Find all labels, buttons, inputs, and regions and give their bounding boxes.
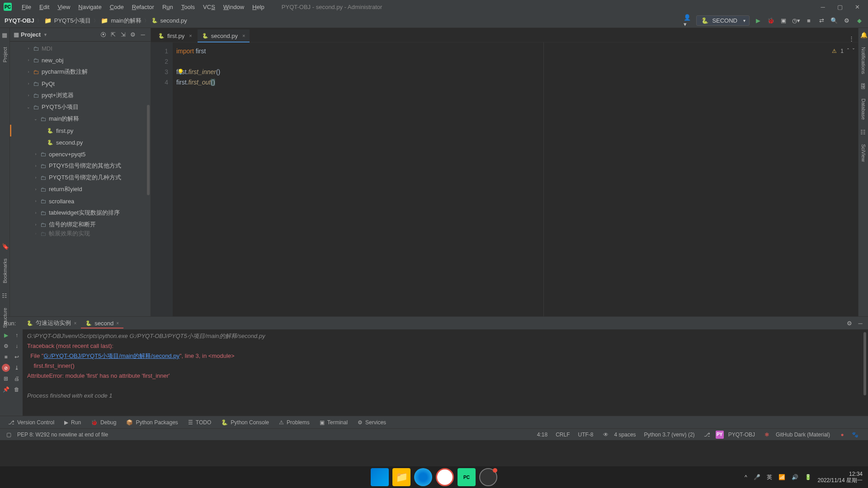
file-explorer-icon[interactable]: 📁	[392, 468, 410, 486]
scroll-end-icon[interactable]: ⤓	[13, 364, 21, 372]
breadcrumb-project[interactable]: PYQT-OBJ	[5, 17, 34, 24]
tool-window-button[interactable]: ⚙Services	[353, 418, 391, 427]
tree-item[interactable]: ›🗀帧展效果的实现	[10, 230, 151, 237]
tree-arrow-icon[interactable]: ›	[33, 164, 39, 168]
menu-navigate[interactable]: Navigate	[75, 2, 105, 12]
database-icon[interactable]: 🗄	[860, 83, 867, 89]
tool-window-button[interactable]: ▶Run	[60, 418, 85, 427]
git-branch-icon[interactable]: ⎇	[703, 431, 711, 439]
tool-windows-icon[interactable]: ▢	[5, 431, 13, 439]
tree-item[interactable]: ›🗀scrollarea	[10, 195, 151, 207]
tree-item[interactable]: ›🗀MDI	[10, 42, 151, 54]
run-configuration-selector[interactable]: 🐍 SECOND	[696, 15, 750, 26]
run-icon[interactable]: ▶	[754, 17, 762, 25]
tool-window-button[interactable]: ▣Terminal	[315, 418, 352, 427]
stop-icon[interactable]: ■	[2, 353, 10, 361]
debug-icon[interactable]: 🐞	[767, 17, 775, 25]
close-tab-icon[interactable]: ×	[189, 33, 192, 38]
paw-icon[interactable]: 🐾	[851, 431, 859, 439]
ime-indicator[interactable]: 英	[767, 474, 772, 481]
tree-arrow-icon[interactable]: ›	[25, 93, 32, 98]
status-indicator-icon[interactable]: ●	[838, 431, 846, 439]
minimize-icon[interactable]: ─	[819, 4, 826, 10]
project-tool-label[interactable]: Project	[2, 47, 8, 62]
notifications-label[interactable]: Notifications	[861, 47, 866, 74]
settings-icon[interactable]: ⚙	[845, 320, 854, 327]
breadcrumb-item[interactable]: PYQT5小项目	[54, 17, 91, 25]
scrollbar[interactable]	[863, 332, 866, 395]
readonly-icon[interactable]: 👁	[602, 431, 610, 439]
project-view-dropdown[interactable]: ▼	[43, 33, 47, 37]
theme-name[interactable]: GitHub Dark (Material)	[776, 432, 830, 438]
tree-arrow-icon[interactable]: ⌄	[33, 117, 39, 121]
search-icon[interactable]: 🔍	[830, 17, 838, 25]
tree-arrow-icon[interactable]: ⌄	[25, 105, 32, 109]
sciview-icon[interactable]: ☷	[860, 129, 867, 135]
breadcrumb-item[interactable]: second.py	[160, 17, 187, 24]
close-icon[interactable]: ✕	[854, 4, 861, 10]
tree-item[interactable]: ›🗀PTQY5信号绑定的其他方式	[10, 160, 151, 172]
inspection-widget[interactable]: ⚠ 1 ˆ ˇ	[832, 46, 854, 56]
locate-icon[interactable]: ⦿	[99, 31, 107, 38]
tree-item[interactable]: ›🗀new_obj	[10, 54, 151, 66]
code-area[interactable]: 💡 import first first.first_inner() first…	[173, 42, 858, 316]
tree-arrow-icon[interactable]: ›	[33, 175, 39, 180]
editor-tab-second[interactable]: 🐍 second.py ×	[198, 29, 250, 42]
tree-arrow-icon[interactable]: ›	[25, 58, 32, 62]
file-link[interactable]: G:/PYQT-OBJ/PYQT5小项目/main的解释/second.py	[43, 352, 179, 359]
notifications-icon[interactable]: 🔔	[860, 32, 867, 38]
menu-refactor[interactable]: Refactor	[128, 2, 158, 12]
chrome-icon[interactable]	[436, 468, 454, 486]
menu-tools[interactable]: Tools	[178, 2, 198, 12]
tool-window-button[interactable]: 🐞Debug	[86, 418, 121, 427]
database-label[interactable]: Database	[861, 99, 866, 120]
run-tab[interactable]: 🐍 second ×	[81, 318, 123, 328]
layout-icon[interactable]: ⊞	[2, 375, 10, 383]
menu-edit[interactable]: Edit	[36, 2, 53, 12]
file-encoding[interactable]: UTF-8	[578, 432, 594, 438]
tree-item[interactable]: ›🗀tablewidget实现数据的排序	[10, 207, 151, 219]
tray-expand-icon[interactable]: ^	[745, 474, 747, 480]
mic-icon[interactable]: 🎤	[754, 474, 760, 480]
code-with-me-icon[interactable]: ⇄	[817, 17, 826, 25]
tree-item[interactable]: ›🗀pycharm函数注解	[10, 66, 151, 78]
soft-wrap-icon[interactable]: ↩	[13, 353, 21, 361]
bookmarks-tool-icon[interactable]: 🔖	[2, 243, 8, 249]
console-output[interactable]: G:\PYQT-OBJ\venv\Scripts\python.exe G:/P…	[23, 329, 868, 416]
python-interpreter[interactable]: Python 3.7 (venv) (2)	[644, 432, 695, 438]
tree-arrow-icon[interactable]: ›	[33, 199, 39, 203]
tree-arrow-icon[interactable]: ›	[33, 152, 39, 156]
project-name[interactable]: PYQT-OBJ	[728, 432, 755, 438]
exit-icon[interactable]: ⊘	[2, 364, 10, 372]
maximize-icon[interactable]: ▢	[836, 4, 844, 10]
obs-icon[interactable]	[479, 468, 497, 486]
tree-item[interactable]: ›🗀PyQt	[10, 78, 151, 89]
settings-icon[interactable]: ⚙	[129, 31, 137, 38]
line-separator[interactable]: CRLF	[556, 432, 570, 438]
tree-item[interactable]: ›🗀信号的绑定和断开	[10, 219, 151, 230]
tool-window-button[interactable]: 🐍Python Console	[217, 418, 274, 427]
hide-icon[interactable]: ─	[139, 31, 147, 38]
tool-window-button[interactable]: ☰TODO	[184, 418, 216, 427]
volume-icon[interactable]: 🔊	[792, 474, 798, 480]
collapse-all-icon[interactable]: ⇲	[119, 31, 127, 38]
tree-arrow-icon[interactable]: ›	[33, 222, 39, 227]
tree-arrow-icon[interactable]: ›	[33, 231, 39, 236]
caret-position[interactable]: 4:18	[537, 432, 547, 438]
menu-view[interactable]: View	[54, 2, 74, 12]
add-user-icon[interactable]: 👤▾	[684, 17, 692, 25]
up-icon[interactable]: ↑	[13, 331, 21, 339]
intention-bulb-icon[interactable]: 💡	[177, 67, 184, 77]
rerun-icon[interactable]: ▶	[2, 331, 10, 339]
profile-icon[interactable]: ◷▾	[792, 17, 800, 25]
tree-arrow-icon[interactable]: ›	[25, 70, 32, 74]
expand-all-icon[interactable]: ⇱	[109, 31, 117, 38]
close-tab-icon[interactable]: ×	[74, 321, 76, 326]
menu-code[interactable]: Code	[106, 2, 127, 12]
next-highlight-icon[interactable]: ˇ	[853, 46, 854, 56]
clear-icon[interactable]: 🗑	[13, 385, 21, 394]
structure-tool-label[interactable]: Structure	[2, 308, 8, 328]
run-tab[interactable]: 🐍 匀速运动实例 ×	[22, 317, 81, 329]
tree-arrow-icon[interactable]: ›	[25, 46, 32, 51]
breadcrumb-item[interactable]: main的解释	[111, 17, 141, 25]
